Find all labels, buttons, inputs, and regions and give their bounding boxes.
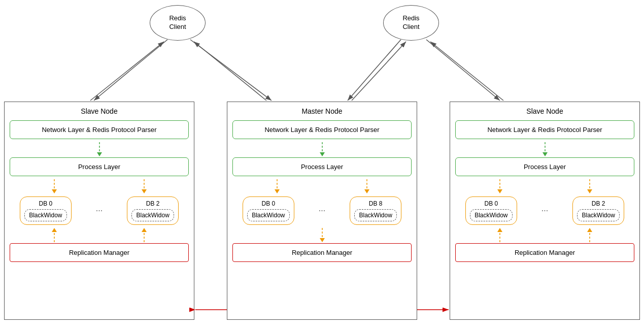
slave-node-2-title: Slave Node (455, 107, 634, 115)
svg-marker-19 (543, 152, 548, 156)
svg-marker-9 (142, 228, 147, 232)
svg-marker-17 (320, 238, 325, 242)
slave1-process-layer: Process Layer (10, 157, 189, 176)
svg-line-37 (352, 42, 406, 101)
slave2-replication-manager: Replication Manager (455, 243, 634, 262)
svg-marker-7 (52, 228, 57, 232)
master-node-title: Master Node (232, 107, 412, 115)
svg-line-38 (430, 42, 503, 101)
slave2-network-layer: Network Layer & Redis Protocol Parser (455, 120, 634, 139)
slave1-db2: DB 2 BlackWidow (127, 196, 178, 225)
master-db-row: DB 0 BlackWidow ··· DB 8 BlackWidow (232, 196, 412, 225)
slave1-network-layer: Network Layer & Redis Protocol Parser (10, 120, 189, 139)
slave1-replication-manager: Replication Manager (10, 243, 189, 262)
svg-line-31 (94, 40, 167, 101)
slave2-db0: DB 0 BlackWidow (465, 196, 517, 225)
master-network-layer: Network Layer & Redis Protocol Parser (232, 120, 412, 139)
svg-line-32 (190, 40, 272, 101)
slave-node-1-title: Slave Node (10, 107, 189, 115)
slave-node-1: Slave Node Network Layer & Redis Protoco… (4, 102, 194, 320)
svg-marker-15 (364, 189, 369, 193)
svg-line-33 (194, 42, 266, 101)
redis-client-2: Redis Client (383, 5, 439, 41)
master-node: Master Node Network Layer & Redis Protoc… (227, 102, 417, 320)
diagram: Redis Client Redis Client Slave Node Net… (0, 0, 644, 330)
redis-client-1: Redis Client (150, 5, 206, 41)
slave-node-2: Slave Node Network Layer & Redis Protoco… (450, 102, 640, 320)
slave2-process-layer: Process Layer (455, 157, 634, 176)
svg-line-34 (90, 42, 164, 101)
svg-marker-23 (587, 189, 592, 193)
svg-marker-3 (52, 189, 57, 193)
master-db0: DB 0 BlackWidow (243, 196, 294, 225)
svg-marker-11 (320, 152, 325, 156)
slave1-db-row: DB 0 BlackWidow ··· DB 2 BlackWidow (10, 196, 189, 225)
slave2-db-row: DB 0 BlackWidow ··· DB 2 BlackWidow (455, 196, 634, 225)
svg-marker-5 (142, 189, 147, 193)
master-process-layer: Process Layer (232, 157, 412, 176)
slave2-db2: DB 2 BlackWidow (572, 196, 624, 225)
svg-marker-25 (497, 228, 502, 232)
svg-marker-13 (275, 189, 280, 193)
master-replication-manager: Replication Manager (232, 243, 412, 262)
svg-marker-21 (497, 189, 502, 193)
master-db8: DB 8 BlackWidow (350, 196, 401, 225)
svg-marker-27 (587, 228, 592, 232)
slave1-db0: DB 0 BlackWidow (20, 196, 71, 225)
svg-line-36 (426, 40, 500, 101)
svg-marker-1 (97, 152, 102, 156)
svg-line-35 (348, 40, 401, 101)
